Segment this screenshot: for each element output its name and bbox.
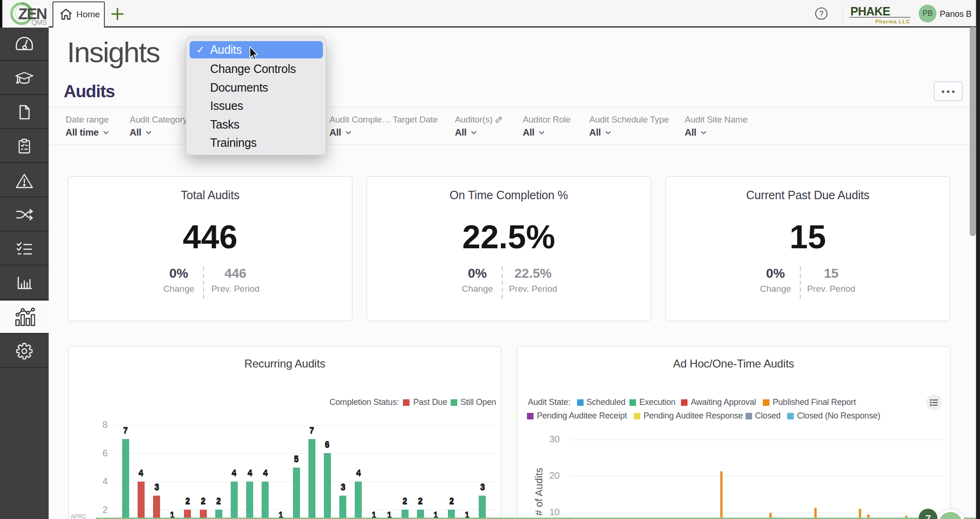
svg-text:?: ? [819, 10, 824, 18]
svg-text:QMS: QMS [31, 18, 47, 26]
